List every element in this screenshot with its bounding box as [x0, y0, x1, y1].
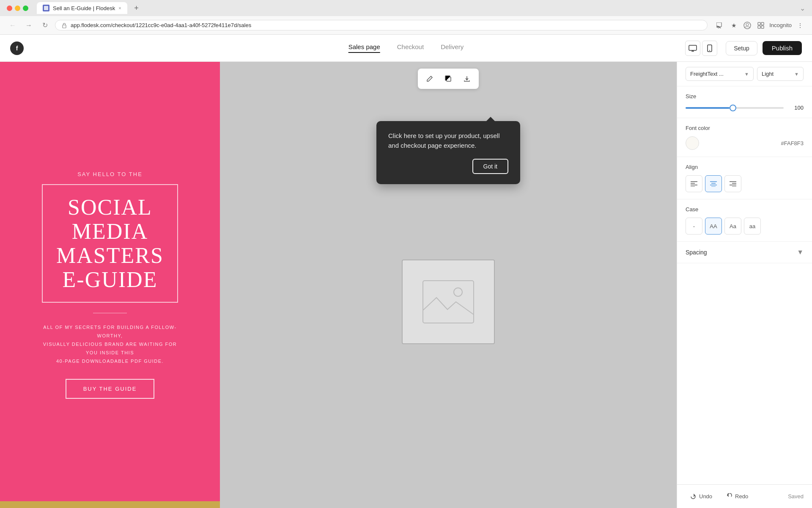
- new-tab-button[interactable]: +: [131, 2, 143, 14]
- app-header: f Sales page Checkout Delivery Setup Pub…: [0, 35, 812, 62]
- desktop-view-button[interactable]: [685, 41, 700, 56]
- font-weight-select[interactable]: Light ▼: [757, 67, 804, 81]
- tooltip-popup: Click here to set up your product, upsel…: [376, 121, 520, 184]
- header-right: Setup Publish: [685, 41, 802, 56]
- svg-point-4: [746, 23, 749, 26]
- mobile-view-button[interactable]: [702, 41, 717, 56]
- font-selector-row: FreightText ... ▼ Light ▼: [677, 62, 812, 86]
- align-buttons: [686, 175, 804, 192]
- canvas-area: SAY HELLO TO THE SOCIAL MEDIA MASTERS E-…: [0, 62, 677, 508]
- incognito-label: Incognito: [769, 22, 792, 28]
- case-uppercase-button[interactable]: AA: [705, 218, 722, 235]
- case-none-button[interactable]: -: [686, 218, 702, 235]
- align-section: Align: [677, 157, 812, 199]
- size-section: Size 100: [677, 86, 812, 118]
- sidebar-spacer: [677, 263, 812, 484]
- preview-panel: Click here to set up your product, upsel…: [220, 62, 677, 508]
- svg-rect-5: [758, 22, 760, 25]
- address-bar[interactable]: app.flodesk.com/checkout/1221cc9c-e0ad-4…: [55, 20, 708, 30]
- setup-button[interactable]: Setup: [726, 41, 757, 55]
- pink-section[interactable]: SAY HELLO TO THE SOCIAL MEDIA MASTERS E-…: [0, 62, 220, 508]
- size-slider-row: 100: [686, 105, 804, 111]
- case-buttons: - AA Aa aa: [686, 218, 804, 235]
- case-capitalize-button[interactable]: Aa: [724, 218, 741, 235]
- svg-rect-7: [758, 26, 760, 28]
- bottom-bar: Undo Redo Saved: [677, 484, 812, 508]
- svg-rect-8: [761, 26, 764, 28]
- tab-close-button[interactable]: ×: [118, 6, 121, 11]
- back-button[interactable]: ←: [7, 19, 19, 31]
- edit-tool-button[interactable]: [423, 72, 436, 86]
- image-placeholder[interactable]: [402, 260, 495, 344]
- download-tool-button[interactable]: [460, 72, 474, 86]
- menu-icon[interactable]: ⋮: [795, 20, 805, 30]
- divider-line: [93, 313, 127, 313]
- title-text: SOCIAL MEDIA MASTERS E-GUIDE: [56, 195, 164, 292]
- cast-icon[interactable]: [715, 20, 725, 30]
- forward-button[interactable]: →: [23, 19, 35, 31]
- subtitle-text: ALL OF MY SECRETS FOR BUILDING A FOLLOW-…: [38, 323, 182, 365]
- buy-guide-button[interactable]: BUY THE GUIDE: [66, 379, 155, 399]
- bookmark-icon[interactable]: ★: [729, 20, 739, 30]
- tab-favicon: [43, 5, 49, 11]
- browser-titlebar: Sell an E-Guide | Flodesk × + ⌄: [0, 0, 812, 16]
- redo-button[interactable]: Redo: [721, 491, 752, 502]
- case-label: Case: [686, 206, 804, 213]
- main-content: SAY HELLO TO THE SOCIAL MEDIA MASTERS E-…: [0, 62, 812, 508]
- font-weight-chevron: ▼: [794, 72, 799, 77]
- close-dot[interactable]: [7, 6, 12, 11]
- align-label: Align: [686, 164, 804, 170]
- size-slider-thumb[interactable]: [730, 105, 736, 111]
- extensions-icon[interactable]: [756, 20, 766, 30]
- minimize-dot[interactable]: [15, 6, 20, 11]
- toolbar-icons: ★ Incognito ⋮: [715, 20, 805, 30]
- window-collapse-icon[interactable]: ⌄: [800, 4, 805, 12]
- svg-rect-9: [689, 45, 697, 50]
- nav-sales-page[interactable]: Sales page: [348, 43, 380, 53]
- case-section: Case - AA Aa aa: [677, 199, 812, 242]
- tooltip-text: Click here to set up your product, upsel…: [388, 131, 508, 150]
- svg-rect-0: [44, 6, 48, 10]
- app-nav: Sales page Checkout Delivery: [348, 43, 464, 53]
- browser-tab[interactable]: Sell an E-Guide | Flodesk ×: [37, 2, 127, 14]
- preview-toolbar: [418, 69, 479, 89]
- lock-icon: [61, 22, 67, 28]
- size-label: Size: [686, 93, 804, 99]
- browser-dots: [7, 6, 28, 11]
- app-logo[interactable]: f: [10, 41, 24, 55]
- align-center-button[interactable]: [705, 175, 722, 192]
- publish-button[interactable]: Publish: [763, 41, 802, 55]
- browser-toolbar: ← → ↻ app.flodesk.com/checkout/1221cc9c-…: [0, 16, 812, 35]
- font-color-section: Font color #FAF8F3: [677, 118, 812, 157]
- align-left-button[interactable]: [686, 175, 702, 192]
- profile-icon[interactable]: [742, 20, 752, 30]
- font-family-chevron: ▼: [744, 72, 749, 77]
- got-it-button[interactable]: Got it: [472, 159, 508, 174]
- svg-rect-13: [423, 281, 474, 323]
- title-box[interactable]: SOCIAL MEDIA MASTERS E-GUIDE: [42, 184, 178, 303]
- copy-tool-button[interactable]: [442, 72, 455, 86]
- say-hello-text: SAY HELLO TO THE: [77, 171, 143, 177]
- size-value: 100: [789, 105, 804, 111]
- size-slider-track[interactable]: [686, 107, 784, 109]
- tab-title: Sell an E-Guide | Flodesk: [53, 5, 115, 11]
- size-slider-fill: [686, 107, 730, 109]
- spacing-chevron: ▼: [797, 248, 804, 256]
- svg-point-11: [709, 50, 710, 51]
- color-hex-value: #FAF8F3: [781, 140, 804, 146]
- svg-rect-6: [761, 22, 764, 25]
- color-swatch[interactable]: [686, 136, 699, 150]
- spacing-section[interactable]: Spacing ▼: [677, 242, 812, 263]
- nav-delivery[interactable]: Delivery: [441, 43, 464, 53]
- font-family-select[interactable]: FreightText ... ▼: [686, 67, 754, 81]
- view-toggle: [685, 41, 717, 56]
- align-right-button[interactable]: [724, 175, 741, 192]
- case-lowercase-button[interactable]: aa: [744, 218, 761, 235]
- maximize-dot[interactable]: [23, 6, 28, 11]
- spacing-label: Spacing: [686, 249, 707, 256]
- saved-status: Saved: [788, 493, 804, 500]
- reload-button[interactable]: ↻: [39, 19, 51, 31]
- nav-checkout[interactable]: Checkout: [397, 43, 424, 53]
- gold-bar: [0, 501, 220, 508]
- undo-button[interactable]: Undo: [686, 491, 716, 502]
